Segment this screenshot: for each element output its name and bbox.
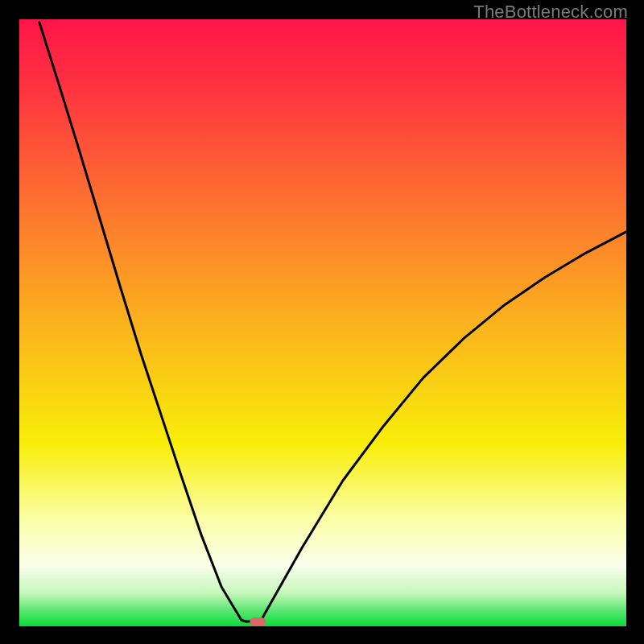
chart-frame [0,0,644,644]
plot-area [19,19,626,626]
optimum-marker [250,617,266,626]
watermark-text: TheBottleneck.com [473,2,628,23]
chart-svg [0,0,644,644]
